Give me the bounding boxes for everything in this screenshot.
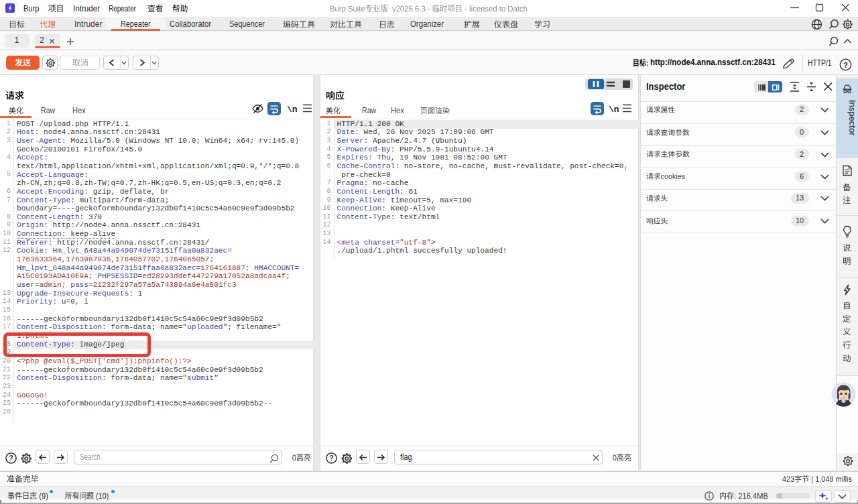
svg-text:?: ? (9, 454, 13, 462)
svg-text:?: ? (329, 454, 333, 462)
svg-text:?: ? (843, 61, 848, 69)
